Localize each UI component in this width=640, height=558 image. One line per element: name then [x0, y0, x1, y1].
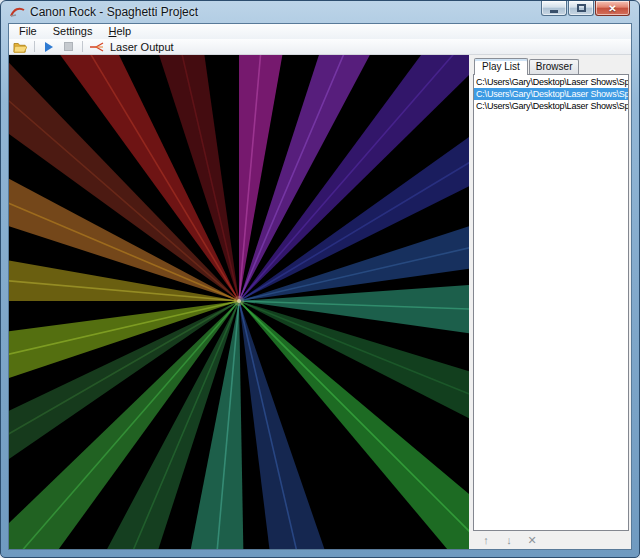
open-folder-icon — [13, 41, 27, 53]
maximize-button[interactable] — [568, 1, 594, 16]
delete-icon[interactable]: ✕ — [526, 531, 538, 549]
laser-output-label[interactable]: Laser Output — [110, 41, 174, 53]
playlist-listbox[interactable]: C:\Users\Gary\Desktop\Laser Shows\Spaghe… — [473, 74, 629, 531]
minimize-icon — [550, 10, 558, 13]
laser-starburst — [9, 55, 469, 549]
toolbar-separator — [82, 41, 83, 52]
toolbar-separator — [34, 41, 35, 52]
panel-tabs: Play ListBrowser — [474, 57, 629, 74]
window-title: Canon Rock - Spaghetti Project — [30, 5, 198, 19]
main-content: Play ListBrowser C:\Users\Gary\Desktop\L… — [9, 55, 631, 549]
play-button[interactable] — [42, 41, 56, 53]
laser-preview-canvas[interactable] — [9, 55, 469, 549]
laser-output-toggle[interactable] — [90, 41, 104, 53]
toolbar: Laser Output — [9, 39, 631, 55]
menu-bar: FileSettingsHelp — [9, 24, 631, 39]
right-panel: Play ListBrowser C:\Users\Gary\Desktop\L… — [469, 55, 631, 549]
playlist-item[interactable]: C:\Users\Gary\Desktop\Laser Shows\Spaghe… — [474, 88, 628, 100]
tab-play-list[interactable]: Play List — [474, 58, 528, 75]
playlist-item[interactable]: C:\Users\Gary\Desktop\Laser Shows\Spaghe… — [474, 100, 628, 112]
stop-button[interactable] — [61, 41, 75, 53]
menu-item-settings[interactable]: Settings — [45, 24, 101, 39]
tab-browser[interactable]: Browser — [529, 59, 580, 74]
open-file-button[interactable] — [13, 41, 27, 53]
stop-icon — [64, 42, 73, 51]
move-up-icon[interactable]: ↑ — [480, 531, 492, 549]
move-down-icon[interactable]: ↓ — [503, 531, 515, 549]
playlist-item[interactable]: C:\Users\Gary\Desktop\Laser Shows\Spaghe… — [474, 76, 628, 88]
window-frame: FileSettingsHelp — [8, 23, 632, 550]
close-button[interactable]: ✕ — [595, 1, 630, 16]
play-icon — [45, 42, 53, 52]
minimize-button[interactable] — [541, 1, 567, 16]
playlist-toolbar: ↑ ↓ ✕ — [473, 531, 629, 549]
menu-item-help[interactable]: Help — [100, 24, 139, 39]
window-controls: ✕ — [540, 1, 630, 16]
app-window: Canon Rock - Spaghetti Project ✕ FileSet… — [0, 0, 640, 558]
title-bar[interactable]: Canon Rock - Spaghetti Project ✕ — [1, 1, 639, 23]
maximize-icon — [577, 4, 586, 12]
starburst-center — [237, 299, 241, 303]
laser-beam-icon — [90, 42, 104, 52]
menu-item-file[interactable]: File — [11, 24, 45, 39]
app-icon — [10, 6, 25, 18]
